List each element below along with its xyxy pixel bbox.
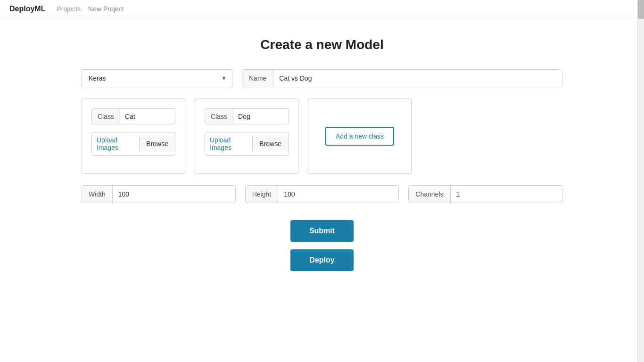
page-title: Create a new Model [82,37,562,52]
scrollbar[interactable] [637,0,644,290]
channels-label: Channels [409,186,450,203]
framework-select-wrapper: Keras TensorFlow PyTorch ▼ [82,69,232,87]
width-label: Width [82,186,113,203]
class-card-1: Class Upload Images Browse [82,99,185,174]
browse-button-1[interactable]: Browse [139,136,175,151]
class-name-row-1: Class [91,108,175,124]
add-class-card: Add a new class [308,99,412,174]
top-row: Keras TensorFlow PyTorch ▼ Name [82,69,562,87]
submit-button[interactable]: Submit [290,220,354,242]
upload-row-1: Upload Images Browse [91,132,175,156]
width-field: Width [82,185,236,203]
height-input[interactable] [278,186,398,203]
channels-input[interactable] [451,186,562,203]
dimensions-row: Width Height Channels [82,185,562,203]
height-label: Height [246,186,278,203]
classes-row: Class Upload Images Browse Class Upload … [82,99,562,174]
browse-button-2[interactable]: Browse [252,136,288,151]
scrollbar-thumb[interactable] [638,0,644,19]
navbar: DeployML Projects New Project [0,0,644,18]
upload-row-2: Upload Images Browse [205,132,289,156]
height-field: Height [245,185,399,203]
deploy-button[interactable]: Deploy [290,249,353,271]
nav-new-project[interactable]: New Project [88,5,124,13]
class-name-row-2: Class [205,108,289,124]
upload-images-label-1: Upload Images [92,132,139,155]
name-input[interactable] [273,70,562,87]
main-content: Create a new Model Keras TensorFlow PyTo… [72,18,572,290]
class-input-1[interactable] [120,109,175,124]
class-label-1: Class [92,109,120,124]
name-field-container: Name [242,69,562,87]
upload-images-label-2: Upload Images [205,132,252,155]
class-label-2: Class [205,109,233,124]
nav-projects[interactable]: Projects [57,5,81,13]
name-label: Name [242,70,273,87]
class-card-2: Class Upload Images Browse [195,99,298,174]
framework-select[interactable]: Keras TensorFlow PyTorch [82,69,232,87]
add-class-button[interactable]: Add a new class [325,127,394,146]
class-input-2[interactable] [233,109,289,124]
channels-field: Channels [408,185,562,203]
brand-logo: DeployML [9,5,45,13]
action-buttons: Submit Deploy [82,220,562,271]
width-input[interactable] [113,186,235,203]
